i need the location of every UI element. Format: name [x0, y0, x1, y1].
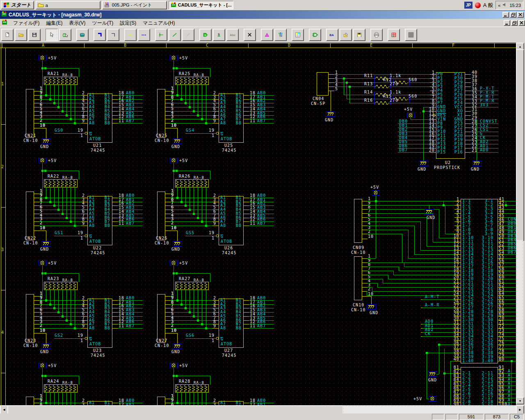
ime-mode-label[interactable]: A 般 [483, 2, 493, 9]
hscroll-thumb[interactable] [7, 405, 343, 414]
scroll-left-button[interactable]: ◀ [0, 405, 8, 414]
menu-item-2[interactable]: 表示(V) [66, 20, 89, 26]
tray-chevron[interactable]: « [498, 3, 500, 8]
gate-button[interactable] [309, 29, 321, 41]
vertical-scrollbar[interactable]: ▲ ▼ [516, 43, 523, 404]
ba-button[interactable]: BA [326, 29, 338, 41]
svg-text:GND: GND [171, 144, 180, 149]
ic-chip-button[interactable] [76, 29, 89, 41]
part-select-button[interactable] [59, 29, 71, 41]
abc-button[interactable]: Abc [226, 29, 239, 41]
menu-item-3[interactable]: ツール(T) [89, 20, 116, 26]
toolbar-group-13 [388, 29, 401, 41]
dots-blue-button[interactable] [138, 29, 150, 41]
draw-line-icon [171, 30, 178, 40]
select-button[interactable] [46, 29, 58, 41]
s-symbol-button[interactable]: S [213, 29, 225, 41]
svg-text:RA23: RA23 [48, 276, 59, 281]
net-table-button[interactable] [292, 29, 304, 41]
grid-red-button[interactable] [388, 29, 400, 41]
abc-icon: Abc [229, 30, 236, 40]
triangle-button[interactable] [261, 29, 273, 41]
delete-x-button[interactable] [244, 29, 256, 41]
svg-text:G: G [221, 337, 224, 341]
svg-text:20: 20 [429, 148, 435, 153]
corner-thick-button[interactable] [94, 29, 106, 41]
start-label: スタート [11, 2, 31, 9]
document-icon [2, 19, 7, 27]
svg-text:ATOB: ATOB [89, 239, 101, 244]
title-bar: CADLUS_サーキット - [nagasm_30.drw] [0, 11, 525, 19]
svg-text:11: 11 [250, 324, 256, 328]
svg-text:74245: 74245 [222, 148, 237, 153]
minimize-button[interactable] [502, 12, 509, 18]
svg-text:560: 560 [409, 94, 417, 98]
corner-thin-button[interactable] [107, 29, 119, 41]
vscroll-thumb[interactable] [516, 49, 524, 241]
restore-button[interactable] [510, 12, 516, 18]
load-file-button[interactable] [340, 29, 352, 41]
speaker-icon[interactable] [502, 2, 507, 8]
svg-text:11: 11 [119, 324, 124, 328]
blank-gray-button[interactable] [405, 29, 417, 41]
delete-x-icon [247, 30, 253, 40]
load-file-icon [342, 30, 349, 40]
close-button[interactable] [517, 12, 524, 18]
print-button[interactable] [370, 29, 383, 41]
open-file-button[interactable] [15, 29, 27, 41]
vscroll-track[interactable] [516, 240, 523, 398]
dash-yellow-button[interactable] [124, 29, 137, 41]
svg-text:11: 11 [119, 119, 124, 123]
ime-language-badge[interactable]: JP [464, 2, 472, 9]
menu-item-4[interactable]: 設定(S) [116, 20, 139, 26]
taskbar-window-2[interactable]: CADLUS_サーキット - [... [169, 1, 233, 9]
taskbar-window-1[interactable]: 005.JPG - ペイント [102, 1, 167, 9]
menu-item-1[interactable]: 編集(E) [43, 20, 66, 26]
svg-text:RA-8: RA-8 [62, 278, 73, 282]
svg-text:CN04: CN04 [313, 96, 324, 101]
dash-yellow-icon [127, 30, 134, 40]
svg-text:10: 10 [368, 234, 374, 239]
svg-text:74245: 74245 [222, 251, 237, 255]
test-pins-button[interactable] [274, 29, 287, 41]
print-icon [373, 30, 380, 40]
svg-text:1: 1 [212, 133, 215, 138]
svg-text:RA-8: RA-8 [194, 73, 204, 77]
draw-line-button[interactable] [169, 29, 181, 41]
svg-text:CN-10: CN-10 [23, 138, 38, 143]
svg-text:BA: BA [329, 33, 334, 37]
svg-text:RA26: RA26 [179, 174, 190, 178]
mdi-minimize-button[interactable] [504, 20, 510, 26]
mdi-close-button[interactable] [518, 20, 525, 26]
new-file-button[interactable] [1, 29, 14, 41]
new-file-icon [4, 30, 11, 40]
svg-text:74245: 74245 [91, 148, 105, 153]
svg-text:GS6: GS6 [186, 333, 194, 338]
svg-text:AB7: AB7 [126, 324, 135, 328]
save-yellow-button[interactable] [353, 29, 365, 41]
svg-text:S: S [218, 33, 220, 37]
taskbar-window-0[interactable]: a [36, 1, 100, 9]
status-bar: 591873C5 [0, 413, 525, 420]
svg-text:A8: A8 [220, 121, 226, 125]
hscroll-track[interactable] [342, 405, 516, 413]
mdi-restore-button[interactable] [511, 20, 518, 26]
draw-line-thin-button[interactable] [182, 29, 194, 41]
scroll-down-button[interactable]: ▼ [516, 397, 524, 404]
scroll-right-button[interactable]: ▶ [516, 405, 524, 414]
svg-text:RA25: RA25 [179, 71, 190, 76]
ime-ball-icon[interactable] [475, 2, 481, 8]
svg-text:A8: A8 [89, 121, 95, 125]
save-file-button[interactable] [28, 29, 41, 41]
svg-text:+5V: +5V [48, 158, 57, 163]
menu-item-5[interactable]: マニュアル(H) [139, 20, 178, 26]
start-button[interactable]: スタート [1, 1, 34, 9]
svg-text:GND: GND [325, 118, 333, 122]
branch-button[interactable] [155, 29, 167, 41]
schematic-canvas[interactable]: ABCDEF1234+5VRA21RA-81987654321019876543… [0, 43, 516, 405]
d-block-button[interactable]: D [199, 29, 212, 41]
svg-text:19: 19 [78, 333, 83, 338]
svg-text:RA-8: RA-8 [62, 73, 73, 77]
menu-item-0[interactable]: ファイル(F) [10, 20, 43, 26]
horizontal-scrollbar[interactable]: ◀ ▶ [0, 405, 523, 413]
